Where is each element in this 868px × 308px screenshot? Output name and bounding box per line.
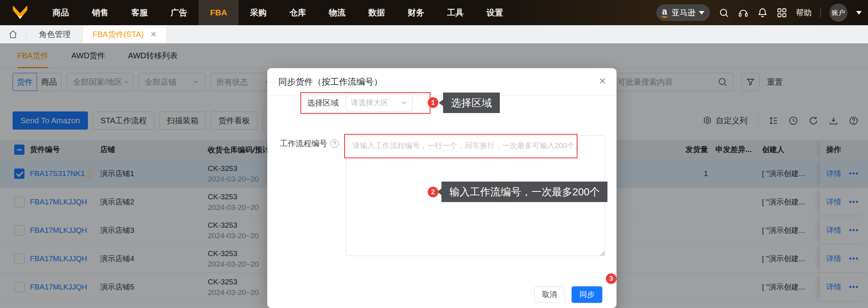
navbar-divider <box>820 7 821 18</box>
region-select-placeholder: 请选择大区 <box>351 98 388 108</box>
main-menu: 商品 销售 客服 广告 FBA 采购 仓库 物流 数据 财务 工具 设置 <box>41 0 514 25</box>
help-link[interactable]: 帮助 <box>796 7 812 18</box>
tab-fba-shipment-active[interactable]: FBA货件(STA) <box>83 25 166 43</box>
app-window: 商品 销售 客服 广告 FBA 采购 仓库 物流 数据 财务 工具 设置 亚马逊 <box>0 0 868 308</box>
active-tab-label: FBA货件(STA) <box>93 29 144 40</box>
menu-item-tools[interactable]: 工具 <box>436 0 475 25</box>
amazon-icon <box>661 7 668 19</box>
menu-item-fba[interactable]: FBA <box>199 0 238 25</box>
modal-title: 同步货件（按工作流编号） <box>278 76 382 88</box>
brand-logo-icon <box>11 5 29 20</box>
headset-icon[interactable] <box>738 7 749 18</box>
menu-item-sales[interactable]: 销售 <box>80 0 120 25</box>
navbar-right: 亚马逊 <box>656 4 868 22</box>
account-button[interactable]: 账户 <box>829 4 848 22</box>
page-tabbar: 角色管理 FBA货件(STA) <box>0 25 868 43</box>
menu-item-settings[interactable]: 设置 <box>475 0 514 25</box>
home-icon <box>8 29 18 39</box>
sync-shipment-modal: 同步货件（按工作流编号） 选择区域 请选择大区 工作流程编号 1 选择区域 2 … <box>267 68 617 308</box>
annotation-tooltip-2: 输入工作流编号，一次最多200个 <box>441 182 607 202</box>
tab-role-management[interactable]: 角色管理 <box>26 25 83 43</box>
menu-item-data[interactable]: 数据 <box>357 0 396 25</box>
annotation-badge-1: 1 <box>428 97 438 108</box>
modal-header: 同步货件（按工作流编号） <box>267 68 617 96</box>
modal-close-icon[interactable] <box>599 76 606 87</box>
annotation-tooltip-1: 选择区域 <box>443 93 500 113</box>
region-select[interactable]: 请选择大区 <box>346 94 413 111</box>
top-navbar: 商品 销售 客服 广告 FBA 采购 仓库 物流 数据 财务 工具 设置 亚马逊 <box>0 0 868 25</box>
annotation-badge-3: 3 <box>606 273 617 284</box>
search-icon[interactable] <box>719 7 729 18</box>
help-circle-icon[interactable] <box>330 139 339 148</box>
workflow-label: 工作流程编号 <box>267 137 339 149</box>
caret-down-icon <box>699 11 704 15</box>
menu-item-finance[interactable]: 财务 <box>396 0 436 25</box>
annotation-badge-2: 2 <box>428 187 438 197</box>
menu-item-ads[interactable]: 广告 <box>159 0 199 25</box>
menu-item-logistics[interactable]: 物流 <box>317 0 357 25</box>
cancel-button[interactable]: 取消 <box>534 286 565 303</box>
chevron-down-icon <box>400 99 408 106</box>
menu-item-service[interactable]: 客服 <box>120 0 159 25</box>
menu-item-products[interactable]: 商品 <box>41 0 80 25</box>
sync-confirm-button[interactable]: 同步 <box>572 286 602 303</box>
marketplace-switcher[interactable]: 亚马逊 <box>656 4 710 21</box>
marketplace-label: 亚马逊 <box>672 7 695 18</box>
region-label: 选择区域 <box>267 94 339 111</box>
menu-item-warehouse[interactable]: 仓库 <box>278 0 317 25</box>
account-caret-icon[interactable] <box>856 11 862 15</box>
apps-grid-icon[interactable] <box>777 7 787 18</box>
notifications-bell-icon[interactable] <box>757 7 768 18</box>
menu-item-purchase[interactable]: 采购 <box>238 0 278 25</box>
close-tab-icon[interactable] <box>150 30 157 38</box>
home-tab[interactable] <box>0 25 26 43</box>
